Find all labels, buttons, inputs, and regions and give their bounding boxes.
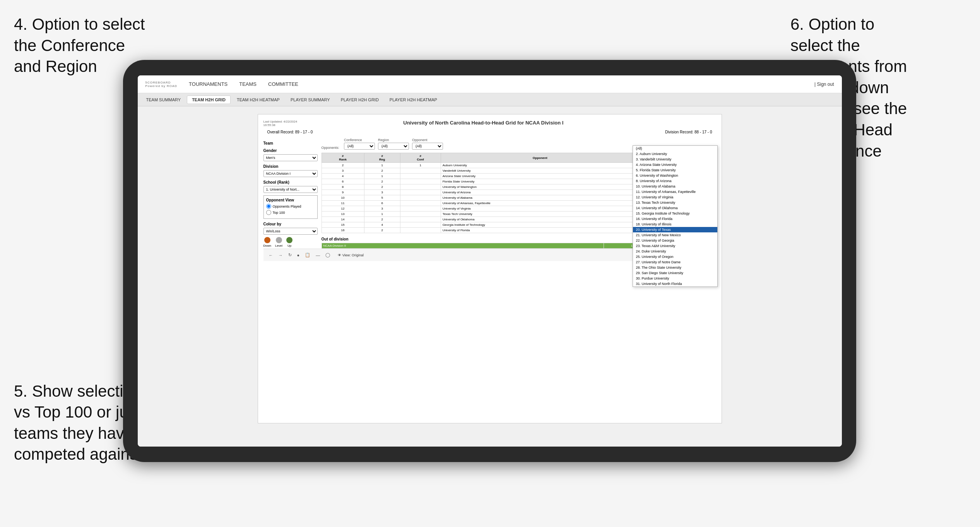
legend-down-dot	[264, 237, 270, 243]
conference-select[interactable]: (All)	[344, 143, 375, 150]
td-reg: 1	[364, 211, 400, 217]
td-rank: 15	[322, 222, 364, 228]
td-opponent: Georgia Institute of Technology	[441, 222, 639, 228]
dropdown-item[interactable]: 10. University of Alabama	[633, 184, 717, 189]
legend-down-label: Down	[263, 244, 271, 247]
colour-by-label: Colour by	[263, 222, 318, 226]
dropdown-item[interactable]: 30. Purdue University	[633, 276, 717, 281]
division-record: Division Record: 88 - 17 - 0	[665, 130, 712, 134]
dropdown-item[interactable]: 28. The Ohio State University	[633, 265, 717, 270]
tab-team-h2h-grid[interactable]: TEAM H2H GRID	[187, 96, 231, 104]
dropdown-item[interactable]: 14. University of Oklahoma	[633, 205, 717, 211]
toolbar-forward[interactable]: →	[277, 252, 284, 258]
dropdown-item[interactable]: 24. Duke University	[633, 249, 717, 254]
dropdown-item[interactable]: 29. San Diego State University	[633, 270, 717, 276]
dropdown-item[interactable]: 18. University of Illinois	[633, 222, 717, 227]
opponent-dropdown[interactable]: (All)2. Auburn University3. Vanderbilt U…	[633, 145, 718, 287]
tab-player-h2h-grid[interactable]: PLAYER H2H GRID	[336, 96, 383, 104]
td-opponent: University of Arizona	[441, 190, 639, 195]
td-reg: 1	[364, 163, 400, 168]
dropdown-item[interactable]: 23. Texas A&M University	[633, 243, 717, 249]
td-conf	[400, 222, 441, 228]
toolbar-back[interactable]: ←	[267, 252, 275, 258]
nav-logo: 5COREBOARD Powered by ROAD	[145, 81, 178, 88]
toolbar-reload[interactable]: ↻	[287, 252, 293, 258]
dropdown-item[interactable]: (All)	[633, 146, 717, 151]
legend: Down Level Up	[263, 237, 318, 247]
toolbar-dash[interactable]: —	[314, 252, 322, 258]
toolbar-clock[interactable]: ◯	[324, 252, 332, 258]
tab-player-summary[interactable]: PLAYER SUMMARY	[286, 96, 335, 104]
dropdown-item[interactable]: 11. University of Arkansas, Fayetteville	[633, 189, 717, 194]
school-select[interactable]: 1. University of Nort...	[263, 186, 318, 193]
gender-select[interactable]: Men's	[263, 154, 318, 161]
td-opponent: Vanderbilt University	[441, 168, 639, 174]
td-rank: 9	[322, 190, 364, 195]
nav-tournaments[interactable]: TOURNAMENTS	[189, 81, 227, 87]
last-updated: Last Updated: 4/22/2024 16:55:38	[263, 120, 298, 127]
radio-opponents-played[interactable]: Opponents Played	[266, 204, 315, 209]
tab-team-h2h-heatmap[interactable]: TEAM H2H HEATMAP	[232, 96, 284, 104]
tablet-screen: 5COREBOARD Powered by ROAD TOURNAMENTS T…	[138, 75, 842, 447]
report-records: Overall Record: 89 - 17 - 0 Division Rec…	[263, 130, 716, 134]
td-opponent: Auburn University	[441, 163, 639, 168]
td-reg: 6	[364, 201, 400, 206]
opponent-select[interactable]: (All)	[412, 143, 443, 150]
dropdown-item[interactable]: 21. University of New Mexico	[633, 232, 717, 238]
report-title: University of North Carolina Head-to-Hea…	[297, 120, 669, 126]
td-conf	[400, 201, 441, 206]
td-rank: 8	[322, 184, 364, 190]
td-conf	[400, 217, 441, 222]
dropdown-item[interactable]: 13. Texas Tech University	[633, 200, 717, 205]
division-select[interactable]: NCAA Division I	[263, 170, 318, 177]
toolbar-copy[interactable]: 📋	[303, 252, 312, 258]
td-rank: 3	[322, 168, 364, 174]
td-conf	[400, 211, 441, 217]
sidebar: Team Gender Men's Division NCAA Division…	[263, 138, 318, 249]
tab-player-h2h-heatmap[interactable]: PLAYER H2H HEATMAP	[385, 96, 442, 104]
nav-teams[interactable]: TEAMS	[239, 81, 257, 87]
nav-committee[interactable]: COMMITTEE	[268, 81, 298, 87]
region-filter: Region (All)	[378, 138, 409, 150]
dropdown-item[interactable]: 4. Arizona State University	[633, 162, 717, 167]
dropdown-item[interactable]: 6. University of Washington	[633, 173, 717, 178]
legend-up-dot	[286, 237, 292, 243]
tab-team-summary[interactable]: TEAM SUMMARY	[142, 96, 186, 104]
dropdown-item[interactable]: 16. University of Florida	[633, 216, 717, 222]
td-opponent: Texas Tech University	[441, 211, 639, 217]
conference-label: Conference	[344, 138, 375, 142]
dropdown-item[interactable]: 5. Florida State University	[633, 167, 717, 173]
dropdown-item[interactable]: 15. Georgia Institute of Technology	[633, 211, 717, 216]
region-select[interactable]: (All)	[378, 143, 409, 150]
dropdown-item[interactable]: 2. Auburn University	[633, 151, 717, 157]
dropdown-item[interactable]: 20. University of Texas	[633, 227, 717, 232]
td-opponent: Arizona State University	[441, 174, 639, 179]
td-rank: 14	[322, 217, 364, 222]
td-conf: 1	[400, 163, 441, 168]
td-opponent: University of Florida	[441, 228, 639, 233]
legend-level-dot	[276, 237, 282, 243]
dropdown-item[interactable]: 25. University of Oregon	[633, 254, 717, 259]
report-header: Last Updated: 4/22/2024 16:55:38 Univers…	[263, 120, 716, 127]
dropdown-item[interactable]: 12. University of Virginia	[633, 194, 717, 200]
dropdown-item[interactable]: 31. University of North Florida	[633, 281, 717, 287]
td-rank: 11	[322, 201, 364, 206]
opponent-view-box: Opponent View Opponents Played Top 100	[263, 195, 318, 219]
td-rank: 13	[322, 211, 364, 217]
td-reg: 3	[364, 190, 400, 195]
dropdown-item[interactable]: 27. University of Notre Dame	[633, 259, 717, 265]
dropdown-item[interactable]: 3. Vanderbilt University	[633, 157, 717, 162]
toolbar-home[interactable]: ●	[296, 252, 301, 258]
td-conf	[400, 168, 441, 174]
view-label: 👁 View: Original	[338, 253, 364, 257]
dropdown-item[interactable]: 8. University of Arizona	[633, 178, 717, 184]
colour-by-select[interactable]: Win/Loss	[263, 228, 318, 235]
td-reg: 3	[364, 206, 400, 211]
logo-sub-text: Powered by ROAD	[145, 84, 178, 88]
dropdown-item[interactable]: 22. University of Georgia	[633, 238, 717, 243]
report-panel: Last Updated: 4/22/2024 16:55:38 Univers…	[258, 114, 722, 423]
nav-signout[interactable]: | Sign out	[814, 82, 834, 87]
td-rank: 6	[322, 179, 364, 184]
td-reg: 2	[364, 217, 400, 222]
radio-top-100[interactable]: Top 100	[266, 210, 315, 215]
